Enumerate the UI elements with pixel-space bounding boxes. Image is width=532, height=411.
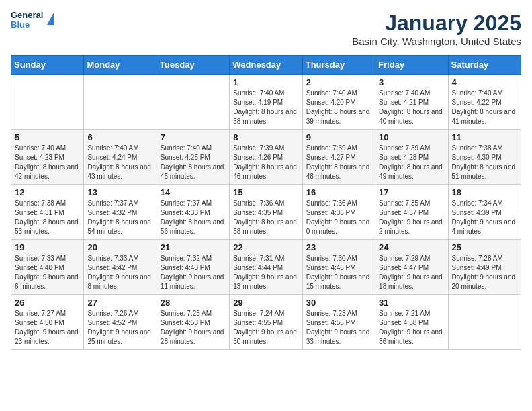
cell-info: Sunrise: 7:39 AM Sunset: 4:28 PM Dayligh… bbox=[379, 144, 444, 181]
day-number: 17 bbox=[379, 187, 444, 197]
cell-info: Sunrise: 7:25 AM Sunset: 4:53 PM Dayligh… bbox=[161, 309, 226, 347]
calendar-cell: 26Sunrise: 7:27 AM Sunset: 4:50 PM Dayli… bbox=[11, 295, 84, 350]
calendar-subtitle: Basin City, Washington, United States bbox=[352, 36, 521, 47]
title-area: January 2025 Basin City, Washington, Uni… bbox=[352, 11, 521, 47]
day-of-week-header: Tuesday bbox=[157, 56, 229, 75]
calendar-cell: 3Sunrise: 7:40 AM Sunset: 4:21 PM Daylig… bbox=[375, 75, 448, 130]
day-number: 26 bbox=[15, 298, 80, 308]
day-number: 19 bbox=[15, 242, 80, 253]
calendar-cell: 20Sunrise: 7:33 AM Sunset: 4:42 PM Dayli… bbox=[84, 240, 157, 295]
cell-info: Sunrise: 7:33 AM Sunset: 4:42 PM Dayligh… bbox=[87, 254, 152, 291]
cell-info: Sunrise: 7:36 AM Sunset: 4:36 PM Dayligh… bbox=[306, 199, 371, 236]
calendar-cell: 15Sunrise: 7:36 AM Sunset: 4:35 PM Dayli… bbox=[230, 185, 302, 240]
day-number: 21 bbox=[161, 242, 226, 253]
calendar-cell: 14Sunrise: 7:37 AM Sunset: 4:33 PM Dayli… bbox=[157, 185, 229, 240]
calendar-week-row: 5Sunrise: 7:40 AM Sunset: 4:23 PM Daylig… bbox=[11, 130, 521, 185]
cell-info: Sunrise: 7:24 AM Sunset: 4:55 PM Dayligh… bbox=[233, 309, 298, 347]
calendar-cell bbox=[11, 75, 84, 130]
calendar-cell: 10Sunrise: 7:39 AM Sunset: 4:28 PM Dayli… bbox=[375, 130, 448, 185]
cell-info: Sunrise: 7:30 AM Sunset: 4:46 PM Dayligh… bbox=[306, 254, 371, 291]
calendar-cell: 21Sunrise: 7:32 AM Sunset: 4:43 PM Dayli… bbox=[157, 240, 229, 295]
day-number: 5 bbox=[15, 132, 80, 142]
cell-info: Sunrise: 7:40 AM Sunset: 4:24 PM Dayligh… bbox=[87, 144, 152, 181]
day-number: 1 bbox=[233, 77, 298, 87]
cell-info: Sunrise: 7:37 AM Sunset: 4:32 PM Dayligh… bbox=[87, 199, 152, 236]
cell-info: Sunrise: 7:34 AM Sunset: 4:39 PM Dayligh… bbox=[452, 199, 517, 236]
calendar-week-row: 19Sunrise: 7:33 AM Sunset: 4:40 PM Dayli… bbox=[11, 240, 521, 295]
cell-info: Sunrise: 7:28 AM Sunset: 4:49 PM Dayligh… bbox=[452, 254, 517, 291]
day-of-week-header: Saturday bbox=[448, 56, 521, 75]
calendar-cell: 29Sunrise: 7:24 AM Sunset: 4:55 PM Dayli… bbox=[230, 295, 302, 350]
calendar-cell: 2Sunrise: 7:40 AM Sunset: 4:20 PM Daylig… bbox=[302, 75, 375, 130]
calendar-cell: 6Sunrise: 7:40 AM Sunset: 4:24 PM Daylig… bbox=[84, 130, 157, 185]
day-number: 11 bbox=[452, 132, 517, 142]
calendar-header-row: SundayMondayTuesdayWednesdayThursdayFrid… bbox=[11, 56, 521, 75]
calendar-cell: 18Sunrise: 7:34 AM Sunset: 4:39 PM Dayli… bbox=[448, 185, 521, 240]
calendar-cell bbox=[448, 295, 521, 350]
day-number: 30 bbox=[306, 298, 371, 308]
cell-info: Sunrise: 7:23 AM Sunset: 4:56 PM Dayligh… bbox=[306, 309, 371, 347]
cell-info: Sunrise: 7:36 AM Sunset: 4:35 PM Dayligh… bbox=[233, 199, 298, 236]
calendar-week-row: 1Sunrise: 7:40 AM Sunset: 4:19 PM Daylig… bbox=[11, 75, 521, 130]
calendar-table: SundayMondayTuesdayWednesdayThursdayFrid… bbox=[11, 55, 521, 350]
day-number: 31 bbox=[379, 298, 444, 308]
cell-info: Sunrise: 7:27 AM Sunset: 4:50 PM Dayligh… bbox=[15, 309, 80, 347]
day-number: 16 bbox=[306, 187, 371, 197]
day-number: 27 bbox=[87, 298, 152, 308]
cell-info: Sunrise: 7:37 AM Sunset: 4:33 PM Dayligh… bbox=[161, 199, 226, 236]
calendar-cell: 17Sunrise: 7:35 AM Sunset: 4:37 PM Dayli… bbox=[375, 185, 448, 240]
calendar-cell: 13Sunrise: 7:37 AM Sunset: 4:32 PM Dayli… bbox=[84, 185, 157, 240]
day-number: 9 bbox=[306, 132, 371, 142]
day-number: 24 bbox=[379, 242, 444, 253]
calendar-cell: 9Sunrise: 7:39 AM Sunset: 4:27 PM Daylig… bbox=[302, 130, 375, 185]
calendar-cell bbox=[84, 75, 157, 130]
day-of-week-header: Thursday bbox=[302, 56, 375, 75]
cell-info: Sunrise: 7:40 AM Sunset: 4:19 PM Dayligh… bbox=[233, 89, 298, 126]
day-of-week-header: Monday bbox=[84, 56, 157, 75]
cell-info: Sunrise: 7:40 AM Sunset: 4:25 PM Dayligh… bbox=[161, 144, 226, 181]
calendar-cell: 25Sunrise: 7:28 AM Sunset: 4:49 PM Dayli… bbox=[448, 240, 521, 295]
logo-line2: Blue bbox=[11, 20, 43, 30]
page-header: General Blue January 2025 Basin City, Wa… bbox=[11, 11, 521, 47]
day-number: 29 bbox=[233, 298, 298, 308]
calendar-body: 1Sunrise: 7:40 AM Sunset: 4:19 PM Daylig… bbox=[11, 75, 521, 350]
cell-info: Sunrise: 7:39 AM Sunset: 4:27 PM Dayligh… bbox=[306, 144, 371, 181]
day-number: 14 bbox=[161, 187, 226, 197]
day-number: 3 bbox=[379, 77, 444, 87]
cell-info: Sunrise: 7:31 AM Sunset: 4:44 PM Dayligh… bbox=[233, 254, 298, 291]
day-number: 25 bbox=[452, 242, 517, 253]
cell-info: Sunrise: 7:38 AM Sunset: 4:30 PM Dayligh… bbox=[452, 144, 517, 181]
cell-info: Sunrise: 7:33 AM Sunset: 4:40 PM Dayligh… bbox=[15, 254, 80, 291]
cell-info: Sunrise: 7:29 AM Sunset: 4:47 PM Dayligh… bbox=[379, 254, 444, 291]
calendar-cell: 12Sunrise: 7:38 AM Sunset: 4:31 PM Dayli… bbox=[11, 185, 84, 240]
calendar-cell: 28Sunrise: 7:25 AM Sunset: 4:53 PM Dayli… bbox=[157, 295, 229, 350]
day-number: 18 bbox=[452, 187, 517, 197]
calendar-cell: 31Sunrise: 7:21 AM Sunset: 4:58 PM Dayli… bbox=[375, 295, 448, 350]
logo: General Blue bbox=[11, 11, 54, 30]
calendar-cell: 16Sunrise: 7:36 AM Sunset: 4:36 PM Dayli… bbox=[302, 185, 375, 240]
day-number: 22 bbox=[233, 242, 298, 253]
cell-info: Sunrise: 7:40 AM Sunset: 4:20 PM Dayligh… bbox=[306, 89, 371, 126]
day-number: 20 bbox=[87, 242, 152, 253]
calendar-cell: 1Sunrise: 7:40 AM Sunset: 4:19 PM Daylig… bbox=[230, 75, 302, 130]
cell-info: Sunrise: 7:21 AM Sunset: 4:58 PM Dayligh… bbox=[379, 309, 444, 347]
calendar-cell: 11Sunrise: 7:38 AM Sunset: 4:30 PM Dayli… bbox=[448, 130, 521, 185]
cell-info: Sunrise: 7:32 AM Sunset: 4:43 PM Dayligh… bbox=[161, 254, 226, 291]
day-number: 28 bbox=[161, 298, 226, 308]
day-number: 2 bbox=[306, 77, 371, 87]
calendar-cell: 22Sunrise: 7:31 AM Sunset: 4:44 PM Dayli… bbox=[230, 240, 302, 295]
day-of-week-header: Friday bbox=[375, 56, 448, 75]
logo-triangle-icon bbox=[47, 13, 54, 25]
calendar-week-row: 26Sunrise: 7:27 AM Sunset: 4:50 PM Dayli… bbox=[11, 295, 521, 350]
day-number: 8 bbox=[233, 132, 298, 142]
cell-info: Sunrise: 7:39 AM Sunset: 4:26 PM Dayligh… bbox=[233, 144, 298, 181]
cell-info: Sunrise: 7:35 AM Sunset: 4:37 PM Dayligh… bbox=[379, 199, 444, 236]
day-number: 15 bbox=[233, 187, 298, 197]
day-of-week-header: Sunday bbox=[11, 56, 84, 75]
calendar-header: SundayMondayTuesdayWednesdayThursdayFrid… bbox=[11, 56, 521, 75]
calendar-cell: 8Sunrise: 7:39 AM Sunset: 4:26 PM Daylig… bbox=[230, 130, 302, 185]
day-number: 13 bbox=[87, 187, 152, 197]
day-number: 12 bbox=[15, 187, 80, 197]
cell-info: Sunrise: 7:26 AM Sunset: 4:52 PM Dayligh… bbox=[87, 309, 152, 347]
day-of-week-header: Wednesday bbox=[230, 56, 302, 75]
